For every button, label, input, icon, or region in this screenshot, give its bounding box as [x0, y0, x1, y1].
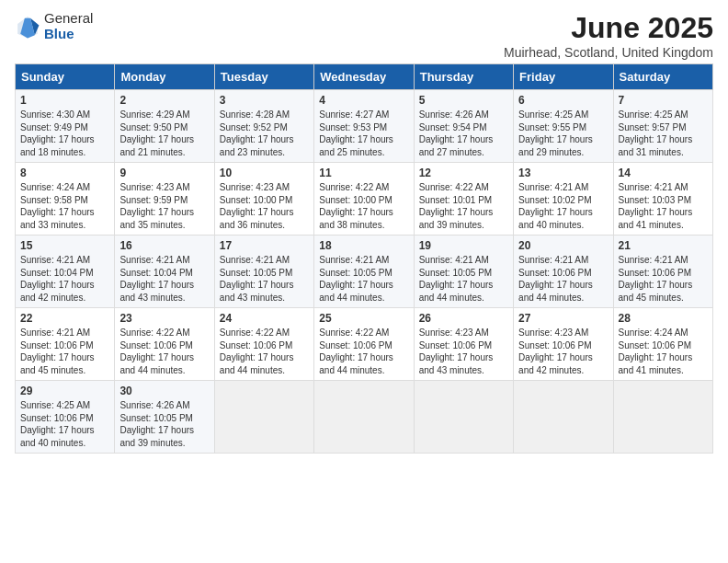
logo-general: General — [44, 11, 93, 27]
day-info: Sunrise: 4:22 AM Sunset: 10:06 PM Daylig… — [119, 327, 209, 376]
calendar-day-header: Tuesday — [214, 64, 313, 90]
main-title: June 2025 — [504, 11, 713, 45]
day-number: 18 — [319, 239, 408, 252]
day-number: 6 — [518, 94, 608, 107]
day-number: 29 — [20, 385, 109, 397]
calendar-cell: 24Sunrise: 4:22 AM Sunset: 10:06 PM Dayl… — [214, 308, 313, 381]
day-info: Sunrise: 4:21 AM Sunset: 10:05 PM Daylig… — [319, 254, 408, 304]
day-number: 9 — [119, 167, 209, 179]
calendar-cell: 25Sunrise: 4:22 AM Sunset: 10:06 PM Dayl… — [314, 308, 414, 381]
calendar-week-row: 8Sunrise: 4:24 AM Sunset: 9:58 PM Daylig… — [16, 163, 713, 236]
calendar-cell: 23Sunrise: 4:22 AM Sunset: 10:06 PM Dayl… — [115, 308, 214, 381]
logo: General Blue — [15, 11, 93, 41]
day-number: 19 — [419, 239, 508, 252]
day-number: 21 — [619, 239, 708, 252]
calendar-cell: 12Sunrise: 4:22 AM Sunset: 10:01 PM Dayl… — [414, 163, 513, 236]
title-block: June 2025 Muirhead, Scotland, United Kin… — [504, 11, 713, 60]
day-info: Sunrise: 4:21 AM Sunset: 10:02 PM Daylig… — [518, 181, 608, 231]
day-number: 1 — [20, 94, 109, 107]
calendar-cell — [613, 381, 712, 454]
day-info: Sunrise: 4:29 AM Sunset: 9:50 PM Dayligh… — [119, 109, 209, 158]
day-info: Sunrise: 4:22 AM Sunset: 10:06 PM Daylig… — [319, 327, 408, 376]
day-number: 26 — [419, 312, 508, 325]
header: General Blue June 2025 Muirhead, Scotlan… — [15, 11, 713, 60]
day-info: Sunrise: 4:30 AM Sunset: 9:49 PM Dayligh… — [20, 109, 109, 158]
day-info: Sunrise: 4:25 AM Sunset: 10:06 PM Daylig… — [20, 399, 109, 449]
day-number: 15 — [20, 239, 109, 252]
calendar-day-header: Thursday — [414, 64, 513, 90]
day-info: Sunrise: 4:27 AM Sunset: 9:53 PM Dayligh… — [319, 109, 408, 158]
calendar-cell: 9Sunrise: 4:23 AM Sunset: 9:59 PM Daylig… — [115, 163, 214, 236]
calendar-day-header: Monday — [115, 64, 214, 90]
day-number: 22 — [20, 312, 109, 325]
calendar-cell: 3Sunrise: 4:28 AM Sunset: 9:52 PM Daylig… — [214, 90, 313, 163]
day-info: Sunrise: 4:21 AM Sunset: 10:05 PM Daylig… — [419, 254, 508, 304]
calendar-day-header: Wednesday — [314, 64, 414, 90]
calendar-week-row: 15Sunrise: 4:21 AM Sunset: 10:04 PM Dayl… — [16, 236, 713, 308]
day-number: 11 — [319, 167, 408, 179]
calendar-cell: 16Sunrise: 4:21 AM Sunset: 10:04 PM Dayl… — [115, 236, 214, 308]
calendar-cell: 6Sunrise: 4:25 AM Sunset: 9:55 PM Daylig… — [514, 90, 613, 163]
calendar-header-row: SundayMondayTuesdayWednesdayThursdayFrid… — [16, 64, 713, 90]
day-number: 16 — [119, 239, 209, 252]
calendar-cell: 21Sunrise: 4:21 AM Sunset: 10:06 PM Dayl… — [613, 236, 712, 308]
calendar-week-row: 1Sunrise: 4:30 AM Sunset: 9:49 PM Daylig… — [16, 90, 713, 163]
day-number: 5 — [419, 94, 508, 107]
calendar-cell: 17Sunrise: 4:21 AM Sunset: 10:05 PM Dayl… — [214, 236, 313, 308]
day-number: 20 — [518, 239, 608, 252]
day-number: 24 — [220, 312, 309, 325]
day-number: 2 — [119, 94, 209, 107]
logo-blue: Blue — [44, 27, 93, 42]
day-info: Sunrise: 4:21 AM Sunset: 10:06 PM Daylig… — [619, 254, 708, 304]
day-number: 4 — [319, 94, 408, 107]
calendar-table: SundayMondayTuesdayWednesdayThursdayFrid… — [15, 63, 713, 454]
calendar-cell: 4Sunrise: 4:27 AM Sunset: 9:53 PM Daylig… — [314, 90, 414, 163]
calendar-cell: 27Sunrise: 4:23 AM Sunset: 10:06 PM Dayl… — [514, 308, 613, 381]
day-info: Sunrise: 4:23 AM Sunset: 10:06 PM Daylig… — [518, 327, 608, 376]
day-info: Sunrise: 4:26 AM Sunset: 9:54 PM Dayligh… — [419, 109, 508, 158]
day-info: Sunrise: 4:23 AM Sunset: 10:00 PM Daylig… — [220, 181, 309, 231]
logo-text: General Blue — [44, 11, 93, 41]
calendar-cell: 28Sunrise: 4:24 AM Sunset: 10:06 PM Dayl… — [613, 308, 712, 381]
day-number: 10 — [220, 167, 309, 179]
calendar-cell: 7Sunrise: 4:25 AM Sunset: 9:57 PM Daylig… — [613, 90, 712, 163]
calendar-week-row: 29Sunrise: 4:25 AM Sunset: 10:06 PM Dayl… — [16, 381, 713, 454]
day-info: Sunrise: 4:22 AM Sunset: 10:06 PM Daylig… — [220, 327, 309, 376]
calendar-week-row: 22Sunrise: 4:21 AM Sunset: 10:06 PM Dayl… — [16, 308, 713, 381]
day-number: 8 — [20, 167, 109, 179]
calendar-cell: 2Sunrise: 4:29 AM Sunset: 9:50 PM Daylig… — [115, 90, 214, 163]
calendar-cell: 11Sunrise: 4:22 AM Sunset: 10:00 PM Dayl… — [314, 163, 414, 236]
calendar-cell — [314, 381, 414, 454]
day-info: Sunrise: 4:25 AM Sunset: 9:57 PM Dayligh… — [619, 109, 708, 158]
day-number: 12 — [419, 167, 508, 179]
day-info: Sunrise: 4:21 AM Sunset: 10:06 PM Daylig… — [518, 254, 608, 304]
calendar-day-header: Sunday — [16, 64, 115, 90]
day-info: Sunrise: 4:22 AM Sunset: 10:00 PM Daylig… — [319, 181, 408, 231]
day-number: 17 — [220, 239, 309, 252]
calendar-day-header: Saturday — [613, 64, 712, 90]
calendar-cell: 8Sunrise: 4:24 AM Sunset: 9:58 PM Daylig… — [16, 163, 115, 236]
calendar-cell: 18Sunrise: 4:21 AM Sunset: 10:05 PM Dayl… — [314, 236, 414, 308]
day-info: Sunrise: 4:21 AM Sunset: 10:04 PM Daylig… — [20, 254, 109, 304]
day-info: Sunrise: 4:23 AM Sunset: 9:59 PM Dayligh… — [119, 181, 209, 231]
calendar-cell — [214, 381, 313, 454]
calendar-cell: 14Sunrise: 4:21 AM Sunset: 10:03 PM Dayl… — [613, 163, 712, 236]
day-info: Sunrise: 4:25 AM Sunset: 9:55 PM Dayligh… — [518, 109, 608, 158]
day-number: 7 — [619, 94, 708, 107]
day-number: 30 — [119, 385, 209, 397]
calendar-cell: 10Sunrise: 4:23 AM Sunset: 10:00 PM Dayl… — [214, 163, 313, 236]
day-info: Sunrise: 4:21 AM Sunset: 10:06 PM Daylig… — [20, 327, 109, 376]
calendar-cell: 30Sunrise: 4:26 AM Sunset: 10:05 PM Dayl… — [115, 381, 214, 454]
day-info: Sunrise: 4:23 AM Sunset: 10:06 PM Daylig… — [419, 327, 508, 376]
day-info: Sunrise: 4:26 AM Sunset: 10:05 PM Daylig… — [119, 399, 209, 449]
calendar-cell: 26Sunrise: 4:23 AM Sunset: 10:06 PM Dayl… — [414, 308, 513, 381]
calendar-cell: 15Sunrise: 4:21 AM Sunset: 10:04 PM Dayl… — [16, 236, 115, 308]
day-info: Sunrise: 4:22 AM Sunset: 10:01 PM Daylig… — [419, 181, 508, 231]
calendar-cell: 19Sunrise: 4:21 AM Sunset: 10:05 PM Dayl… — [414, 236, 513, 308]
day-info: Sunrise: 4:21 AM Sunset: 10:03 PM Daylig… — [619, 181, 708, 231]
calendar-cell — [514, 381, 613, 454]
day-info: Sunrise: 4:24 AM Sunset: 9:58 PM Dayligh… — [20, 181, 109, 231]
day-info: Sunrise: 4:24 AM Sunset: 10:06 PM Daylig… — [619, 327, 708, 376]
day-number: 28 — [619, 312, 708, 325]
calendar-cell: 29Sunrise: 4:25 AM Sunset: 10:06 PM Dayl… — [16, 381, 115, 454]
